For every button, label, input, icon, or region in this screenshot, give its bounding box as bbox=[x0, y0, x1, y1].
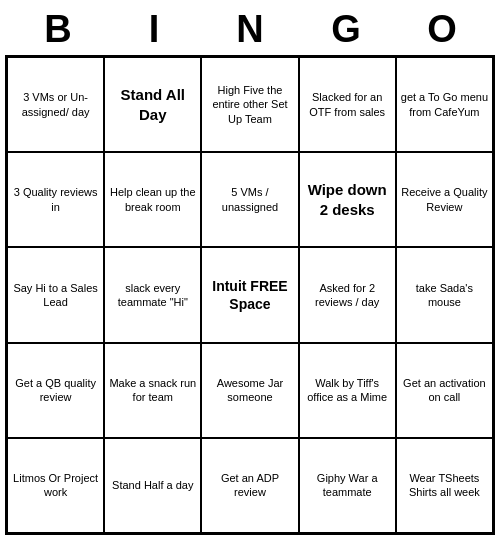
bingo-cell-9: Receive a Quality Review bbox=[396, 152, 493, 247]
title-g: G bbox=[298, 8, 394, 51]
title-n: N bbox=[202, 8, 298, 51]
bingo-grid: 3 VMs or Un-assigned/ dayStand All DayHi… bbox=[5, 55, 495, 535]
bingo-title: B I N G O bbox=[0, 0, 500, 55]
bingo-cell-6: Help clean up the break room bbox=[104, 152, 201, 247]
bingo-cell-10: Say Hi to a Sales Lead bbox=[7, 247, 104, 342]
bingo-cell-13: Asked for 2 reviews / day bbox=[299, 247, 396, 342]
bingo-cell-0: 3 VMs or Un-assigned/ day bbox=[7, 57, 104, 152]
title-i: I bbox=[106, 8, 202, 51]
bingo-cell-15: Get a QB quality review bbox=[7, 343, 104, 438]
bingo-cell-24: Wear TSheets Shirts all week bbox=[396, 438, 493, 533]
bingo-cell-20: Litmos Or Project work bbox=[7, 438, 104, 533]
bingo-cell-19: Get an activation on call bbox=[396, 343, 493, 438]
bingo-cell-14: take Sada's mouse bbox=[396, 247, 493, 342]
title-o: O bbox=[394, 8, 490, 51]
bingo-cell-7: 5 VMs / unassigned bbox=[201, 152, 298, 247]
bingo-cell-4: get a To Go menu from CafeYum bbox=[396, 57, 493, 152]
bingo-cell-22: Get an ADP review bbox=[201, 438, 298, 533]
bingo-cell-21: Stand Half a day bbox=[104, 438, 201, 533]
bingo-cell-3: Slacked for an OTF from sales bbox=[299, 57, 396, 152]
bingo-cell-17: Awesome Jar someone bbox=[201, 343, 298, 438]
bingo-cell-18: Walk by Tiff's office as a Mime bbox=[299, 343, 396, 438]
bingo-cell-8: Wipe down 2 desks bbox=[299, 152, 396, 247]
bingo-cell-1: Stand All Day bbox=[104, 57, 201, 152]
bingo-cell-11: slack every teammate "Hi" bbox=[104, 247, 201, 342]
bingo-cell-16: Make a snack run for team bbox=[104, 343, 201, 438]
title-b: B bbox=[10, 8, 106, 51]
bingo-cell-2: High Five the entire other Set Up Team bbox=[201, 57, 298, 152]
bingo-cell-12: Intuit FREE Space bbox=[201, 247, 298, 342]
bingo-cell-23: Giphy War a teammate bbox=[299, 438, 396, 533]
bingo-cell-5: 3 Quality reviews in bbox=[7, 152, 104, 247]
